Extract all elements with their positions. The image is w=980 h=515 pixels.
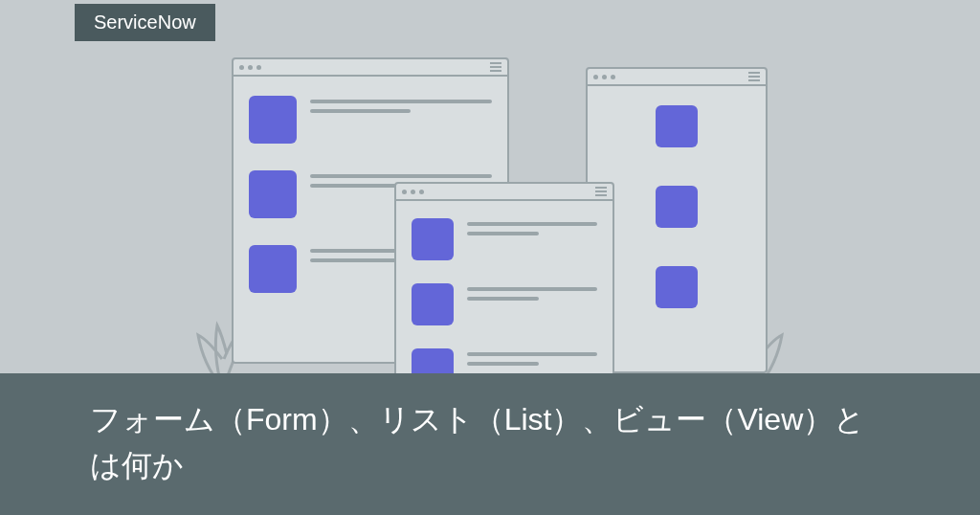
thumbnail-square xyxy=(412,283,454,325)
thumbnail-square xyxy=(412,218,454,260)
thumbnail-square xyxy=(249,245,297,293)
window-titlebar xyxy=(234,59,507,77)
list-item xyxy=(603,266,750,308)
list-item xyxy=(249,96,492,144)
window-dots-icon xyxy=(402,190,424,194)
text-lines-placeholder xyxy=(310,96,492,113)
thumbnail-square xyxy=(249,96,297,144)
list-item xyxy=(603,186,750,228)
text-lines-placeholder xyxy=(467,283,597,301)
hero-illustration xyxy=(203,57,777,402)
thumbnail-square xyxy=(656,105,698,147)
list-item xyxy=(412,218,597,260)
text-lines-placeholder xyxy=(467,218,597,235)
list-item xyxy=(412,283,597,325)
window-dots-icon xyxy=(239,65,261,70)
page-title: フォーム（Form）、リスト（List）、ビュー（View）とは何か xyxy=(90,396,890,488)
category-badge: ServiceNow xyxy=(75,4,215,41)
text-lines-placeholder xyxy=(467,348,597,366)
badge-label: ServiceNow xyxy=(94,11,196,33)
window-titlebar xyxy=(588,69,766,86)
list-item xyxy=(603,105,750,147)
window-dots-icon xyxy=(593,75,615,79)
hamburger-icon xyxy=(748,72,760,81)
thumbnail-square xyxy=(656,186,698,228)
thumbnail-square xyxy=(249,170,297,218)
title-bar: フォーム（Form）、リスト（List）、ビュー（View）とは何か xyxy=(0,373,980,515)
thumbnail-square xyxy=(656,266,698,308)
hamburger-icon xyxy=(595,187,607,196)
hamburger-icon xyxy=(490,62,501,72)
window-titlebar xyxy=(396,184,612,201)
